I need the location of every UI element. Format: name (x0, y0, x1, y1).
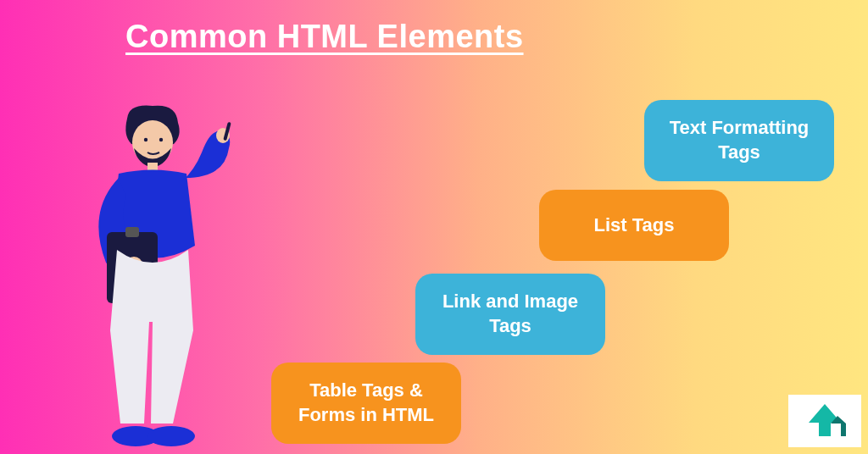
step-card-text-formatting: Text Formatting Tags (644, 100, 834, 181)
svg-point-10 (147, 426, 195, 446)
brand-logo (788, 395, 861, 447)
person-illustration (68, 102, 237, 440)
svg-point-2 (159, 138, 163, 141)
svg-rect-5 (125, 227, 139, 237)
step-card-list-tags: List Tags (539, 190, 729, 261)
svg-point-1 (144, 138, 147, 141)
page-title: Common HTML Elements (125, 19, 524, 55)
arrow-up-icon (800, 401, 849, 441)
step-card-table-forms: Table Tags & Forms in HTML (271, 363, 461, 444)
step-card-link-image: Link and Image Tags (415, 274, 605, 355)
